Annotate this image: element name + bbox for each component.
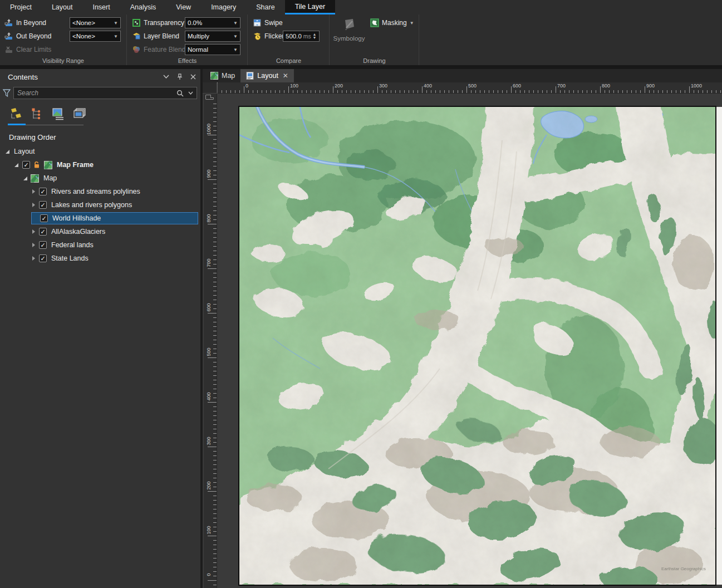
layer-tree-row-map-frame[interactable]: ✓Map Frame [0,158,200,171]
layer-tree-row-rivers-and-streams-polylines[interactable]: ✓Rivers and streams polylines [0,185,200,198]
transparency-button[interactable]: Transparency [132,17,184,29]
ruler-tick [435,90,436,93]
ruler-tick [707,90,708,93]
ruler-tick [333,86,333,93]
ruler-tick [720,90,721,93]
flicker-button[interactable]: Flicker [253,30,284,42]
ruler-tick [213,415,217,416]
layer-visibility-checkbox[interactable]: ✓ [39,228,47,236]
spinner-arrows[interactable]: ▲▼ [311,33,318,40]
expander-closed-icon[interactable] [32,229,35,234]
transparency-dropdown[interactable]: 0.0%▼ [185,17,240,29]
menu-tab-analysis[interactable]: Analysis [120,0,166,14]
menu-tab-layout[interactable]: Layout [42,0,83,14]
layer-tree-row-map[interactable]: Map [0,171,200,185]
ruler-tick [279,90,280,93]
list-by-source-tab[interactable] [29,106,46,122]
layer-blend-dropdown[interactable]: Multiply▼ [185,30,240,42]
layer-visibility-checkbox[interactable]: ✓ [39,241,47,249]
expander-open-icon[interactable] [23,177,27,180]
ruler-tick [355,90,356,93]
tab-layout-label: Layout [257,72,278,80]
menu-tab-view[interactable]: View [166,0,201,14]
out-beyond-dropdown[interactable]: <None>▼ [70,30,121,42]
layer-tree-row-allalaskaglaciers[interactable]: ✓AllAlaskaGlaciers [0,225,200,238]
ruler-tick [346,90,347,93]
ruler-tick [680,90,681,93]
expander-open-icon[interactable] [14,163,18,167]
layer-visibility-checkbox[interactable]: ✓ [39,254,47,262]
ruler-label: 1000 [691,83,702,89]
ruler-tick [413,90,414,93]
horizontal-ruler[interactable]: 01002003004005006007008009001000 [217,82,722,94]
layer-tree-row-state-lands[interactable]: ✓State Lands [0,252,200,265]
masking-button[interactable]: Masking ▼ [370,17,414,29]
out-beyond-icon [4,32,13,41]
expander-closed-icon[interactable] [32,189,35,194]
close-icon[interactable] [190,74,196,80]
ruler-label: 500 [468,83,477,89]
ruler-tick [213,549,217,550]
unlocked-icon[interactable] [33,161,41,169]
ruler-tick [213,487,217,487]
expander-closed-icon[interactable] [32,243,35,247]
ruler-tick [213,353,217,354]
map-frame[interactable]: Earthstar Geographics [238,106,716,586]
chevron-down-icon[interactable] [163,75,169,79]
map-canvas[interactable]: Earthstar Geographics [239,107,715,585]
expander-open-icon[interactable] [6,150,9,154]
menu-tab-imagery[interactable]: Imagery [201,0,246,14]
layer-label: Federal lands [51,241,94,249]
list-by-selection-tab[interactable] [50,106,67,122]
ruler-tick [640,90,641,93]
out-beyond-button[interactable]: Out Beyond [4,30,51,42]
feature-blend-dropdown[interactable]: Normal▼ [185,43,240,56]
layer-visibility-checkbox[interactable]: ✓ [39,201,47,209]
layer-tree-row-lakes-and-rivers-polygons[interactable]: ✓Lakes and rivers polygons [0,198,200,212]
ruler-tick [462,90,463,93]
ruler-tick [213,197,217,198]
ruler-tick [538,90,538,93]
ruler-tick [213,375,217,376]
layer-blend-button[interactable]: Layer Blend [132,30,179,42]
pin-icon[interactable] [177,74,183,80]
list-by-editing-tab[interactable] [71,106,88,122]
flicker-spinner[interactable]: 500.0ms ▲▼ [283,30,320,42]
expander-closed-icon[interactable] [32,256,35,261]
layout-view: Map Layout ✕ 010020030040050060070080090… [203,69,722,588]
in-beyond-button[interactable]: In Beyond [4,17,46,29]
tab-layout[interactable]: Layout ✕ [240,69,294,82]
layer-tree-row-world-hillshade[interactable]: ✓World Hillshade [0,212,200,225]
layer-tree-row-federal-lands[interactable]: ✓Federal lands [0,238,200,252]
vertical-ruler[interactable]: 10009008007006005004003002001000 [204,94,217,588]
tab-map[interactable]: Map [205,69,240,82]
tab-close-icon[interactable]: ✕ [283,72,288,80]
page-setup-icon[interactable] [205,95,214,100]
expander-closed-icon[interactable] [32,203,35,207]
layer-visibility-checkbox[interactable]: ✓ [39,188,47,195]
ruler-tick [493,90,494,93]
ruler-label: 300 [379,83,387,89]
in-beyond-dropdown[interactable]: <None>▼ [70,17,121,29]
chevron-down-icon: ▼ [114,34,118,39]
menu-tab-project[interactable]: Project [0,0,42,14]
search-input[interactable]: Search [13,87,197,99]
layer-blend-label: Layer Blend [144,32,179,40]
symbology-button[interactable]: Symbology [335,17,364,42]
ruler-tick [377,86,378,93]
search-icon[interactable] [176,90,184,97]
layer-tree: Layout✓Map FrameMap✓Rivers and streams p… [0,145,200,265]
list-by-drawing-order-tab[interactable] [8,106,24,122]
chevron-down-icon[interactable] [188,91,193,95]
ruler-tick [213,210,217,211]
ruler-tick [213,286,217,287]
ruler-tick [213,451,217,452]
layer-tree-row-layout[interactable]: Layout [0,145,200,158]
menu-tab-insert[interactable]: Insert [82,0,120,14]
menu-tab-share[interactable]: Share [246,0,284,14]
menu-tab-tile-layer[interactable]: Tile Layer [285,0,335,14]
swipe-button[interactable]: Swipe [253,17,283,29]
layer-visibility-checkbox[interactable]: ✓ [40,214,48,222]
filter-icon[interactable] [2,89,11,97]
layer-visibility-checkbox[interactable]: ✓ [22,161,30,169]
